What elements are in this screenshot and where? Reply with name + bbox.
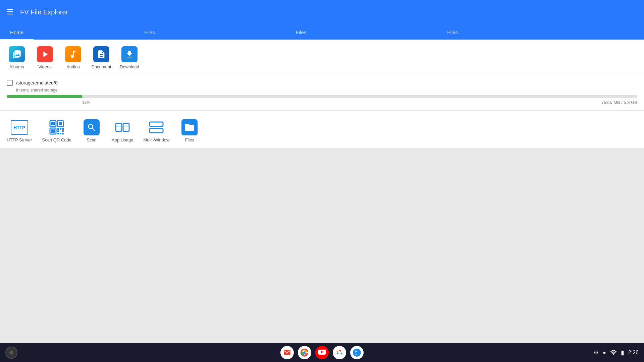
download-icon <box>121 46 138 62</box>
audios-icon <box>65 46 81 62</box>
svg-rect-10 <box>62 130 64 132</box>
storage-icon <box>7 80 13 86</box>
storage-size: 753.5 MB / 5.8 GB <box>601 100 637 105</box>
main-content: Albums Videos Audios <box>0 40 644 148</box>
storage-header: /storage/emulated/0 <box>7 80 637 86</box>
taskbar-app-chrome[interactable] <box>298 346 311 359</box>
http-server-label: HTTP Server <box>7 137 32 142</box>
quick-item-document[interactable]: Document <box>91 46 111 69</box>
document-icon-wrapper <box>93 46 110 63</box>
multi-window-icon <box>148 119 164 135</box>
svg-rect-13 <box>62 133 64 134</box>
quick-item-albums[interactable]: Albums <box>7 46 27 69</box>
clock: 2:26 <box>628 350 639 356</box>
http-server-icon: HTTP <box>11 120 28 135</box>
svg-rect-18 <box>150 122 163 126</box>
taskbar-left <box>5 347 17 359</box>
wifi-icon <box>610 349 617 356</box>
tool-item-multi-window[interactable]: Multi-Window <box>143 119 169 142</box>
svg-rect-14 <box>116 123 122 131</box>
tab-files-3[interactable]: Files <box>437 25 468 39</box>
storage-progress-fill <box>7 95 83 98</box>
taskbar-app-photos[interactable] <box>333 346 346 359</box>
svg-point-22 <box>353 349 361 357</box>
tools-section: HTTP HTTP Server <box>0 113 644 148</box>
taskbar-app-youtube-wrapper <box>315 346 329 359</box>
svg-rect-6 <box>57 128 59 130</box>
storage-progress-bar <box>7 95 637 98</box>
taskbar-right: ⚙ ● ▮ 2:26 <box>593 349 639 356</box>
storage-path: /storage/emulated/0 <box>16 80 58 85</box>
multi-window-icon-wrapper <box>148 119 165 136</box>
multi-window-label: Multi-Window <box>143 137 169 142</box>
network-icon: ● <box>603 350 606 356</box>
files-folder-icon-wrapper <box>181 119 198 136</box>
scan-qr-icon-wrapper <box>48 119 65 136</box>
storage-percent: 12% <box>83 100 90 104</box>
app-usage-label: App Usage <box>112 137 133 142</box>
svg-rect-5 <box>51 129 55 133</box>
document-icon <box>93 46 109 62</box>
taskbar-app-gmail[interactable] <box>280 346 294 359</box>
app-usage-icon <box>114 119 130 135</box>
active-app-indicator <box>356 357 358 358</box>
scan-qr-icon <box>49 119 65 135</box>
albums-icon <box>9 46 25 62</box>
videos-icon-wrapper <box>36 46 54 63</box>
taskbar-app-chrome-wrapper <box>298 346 311 359</box>
svg-rect-11 <box>57 133 59 134</box>
settings-icon[interactable]: ⚙ <box>593 349 599 356</box>
taskbar-app-photos-wrapper <box>333 346 346 359</box>
svg-text:FV: FV <box>355 353 357 355</box>
download-icon-wrapper <box>121 46 138 63</box>
albums-label: Albums <box>9 64 24 69</box>
tool-item-files[interactable]: Files <box>179 119 200 142</box>
document-label: Document <box>91 64 111 69</box>
taskbar-apps: FV <box>280 346 364 359</box>
albums-icon-wrapper <box>8 46 25 63</box>
battery-icon: ▮ <box>621 349 624 356</box>
videos-label: Videos <box>38 64 52 69</box>
svg-point-24 <box>613 354 614 355</box>
quick-item-download[interactable]: Download <box>119 46 140 69</box>
taskbar-app-gmail-wrapper <box>280 346 294 359</box>
svg-rect-19 <box>150 128 163 133</box>
svg-rect-8 <box>62 128 64 130</box>
storage-name: Internal shared storage <box>16 88 637 93</box>
download-label: Download <box>120 64 139 69</box>
quick-access-row: Albums Videos Audios <box>0 40 644 75</box>
files-folder-icon <box>181 119 198 135</box>
scan-qr-label: Scan QR Code <box>42 137 71 142</box>
scan-icon <box>84 119 100 135</box>
tool-item-http-server[interactable]: HTTP HTTP Server <box>7 119 32 142</box>
scan-icon-wrapper <box>83 119 100 136</box>
svg-rect-12 <box>60 133 61 134</box>
taskbar-app-youtube[interactable] <box>315 346 329 359</box>
svg-rect-15 <box>123 123 129 131</box>
scan-label: Scan <box>87 137 97 142</box>
svg-rect-7 <box>60 128 61 130</box>
taskbar-app-fv-wrapper: FV <box>350 346 364 359</box>
tool-item-scan[interactable]: Scan <box>82 119 102 142</box>
svg-rect-3 <box>59 122 62 125</box>
svg-rect-1 <box>51 122 55 125</box>
app-title: FV File Explorer <box>20 8 68 16</box>
top-bar: ☰ FV File Explorer <box>0 0 644 24</box>
quick-item-videos[interactable]: Videos <box>35 46 55 69</box>
http-server-icon-wrapper: HTTP <box>11 119 28 136</box>
storage-section: /storage/emulated/0 Internal shared stor… <box>0 75 644 111</box>
audios-icon-wrapper <box>64 46 82 63</box>
files-label: Files <box>185 137 194 142</box>
taskbar: FV ⚙ ● ▮ 2:26 <box>0 343 644 362</box>
tool-item-scan-qr[interactable]: Scan QR Code <box>42 119 71 142</box>
menu-icon[interactable]: ☰ <box>7 8 13 16</box>
svg-rect-9 <box>57 130 59 132</box>
app-usage-icon-wrapper <box>114 119 131 136</box>
tab-files-2[interactable]: Files <box>286 25 317 39</box>
nav-tabs: Home Files Files Files <box>0 24 644 40</box>
tool-item-app-usage[interactable]: App Usage <box>112 119 133 142</box>
record-icon[interactable] <box>5 347 17 359</box>
tab-files-1[interactable]: Files <box>134 25 165 39</box>
quick-item-audios[interactable]: Audios <box>63 46 83 69</box>
tab-home[interactable]: Home <box>0 25 34 40</box>
